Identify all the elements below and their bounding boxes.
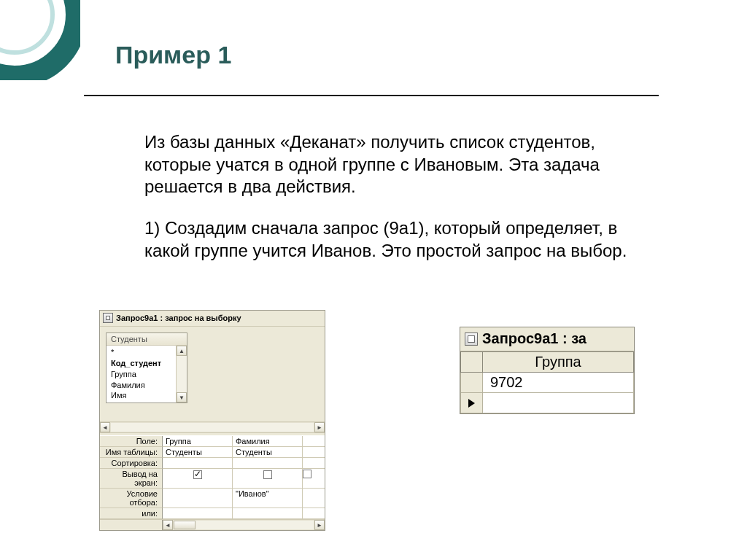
scroll-right-icon[interactable]: ► [314, 520, 325, 530]
title-rule [84, 95, 659, 96]
grid-cell-blank[interactable] [303, 489, 325, 508]
hscroll-track[interactable] [173, 520, 314, 530]
scroll-right-icon[interactable]: ► [314, 422, 325, 432]
grid-cell-table-1[interactable]: Студенты [233, 447, 303, 458]
grid-cell-table-0[interactable]: Студенты [163, 447, 233, 458]
checkbox-icon[interactable] [263, 470, 272, 479]
field-item[interactable]: Имя [111, 390, 176, 401]
grid-label-field: Поле: [100, 436, 163, 447]
grid-cell-blank[interactable] [303, 447, 325, 458]
result-titlebar: Запрос9а1 : за [460, 327, 634, 351]
grid-cell-criteria-1[interactable]: "Иванов" [233, 489, 303, 508]
scroll-left-icon[interactable]: ◄ [100, 422, 110, 432]
field-item[interactable]: Фамилия [111, 380, 176, 391]
query-designer-window: Запрос9а1 : запрос на выборку Студенты *… [99, 310, 325, 531]
table-card-students[interactable]: Студенты * Код_студент Группа Фамилия Им… [106, 332, 187, 403]
grid-cell-sort-1[interactable] [233, 458, 303, 469]
grid-cell-criteria-0[interactable] [163, 489, 233, 508]
grid-cell-blank[interactable] [303, 436, 325, 447]
grid-cell-show-0[interactable] [163, 469, 233, 489]
field-item[interactable]: Код_студент [111, 358, 176, 369]
cell-empty[interactable] [483, 393, 634, 413]
current-row-icon [468, 399, 475, 408]
slide-title: Пример 1 [115, 41, 231, 69]
query-designer-title-text: Запрос9а1 : запрос на выборку [116, 314, 241, 322]
grid-label-table: Имя таблицы: [100, 447, 163, 458]
query-design-grid[interactable]: Поле: Группа Фамилия Имя таблицы: Студен… [100, 436, 325, 519]
grid-cell-or-0[interactable] [163, 508, 233, 519]
query-window-icon [103, 313, 113, 323]
grid-cell-blank[interactable] [303, 458, 325, 469]
svg-point-0 [0, 0, 77, 77]
column-header-group[interactable]: Группа [483, 352, 634, 373]
query-tables-pane[interactable]: Студенты * Код_студент Группа Фамилия Им… [100, 327, 325, 421]
row-selector-header[interactable] [461, 352, 483, 373]
grid-cell-or-1[interactable] [233, 508, 303, 519]
cell-group-value[interactable]: 9702 [483, 373, 634, 393]
field-list-vscroll[interactable]: ▲ ▼ [176, 346, 187, 402]
field-list[interactable]: * Код_студент Группа Фамилия Имя [107, 346, 176, 402]
hscroll-track[interactable] [110, 422, 314, 432]
corner-decoration [0, 0, 80, 80]
checkbox-icon[interactable] [303, 470, 311, 478]
paragraph-2: 1) Создадим сначала запрос (9а1), которы… [144, 217, 652, 262]
row-selector-current[interactable] [461, 393, 483, 413]
grid-hscroll[interactable]: ◄ ► [100, 519, 325, 530]
scroll-up-icon[interactable]: ▲ [177, 346, 187, 356]
query-designer-titlebar: Запрос9а1 : запрос на выборку [100, 311, 325, 327]
grid-cell-field-0[interactable]: Группа [163, 436, 233, 447]
paragraph-1: Из базы данных «Деканат» получить список… [144, 131, 652, 198]
grid-label-show: Вывод на экран: [100, 469, 163, 489]
result-datasheet-window: Запрос9а1 : за Группа 9702 [460, 327, 635, 414]
grid-cell-show-1[interactable] [233, 469, 303, 489]
grid-label-criteria: Условие отбора: [100, 489, 163, 508]
table-row-new[interactable] [461, 393, 634, 413]
grid-label-sort: Сортировка: [100, 458, 163, 469]
scroll-down-icon[interactable]: ▼ [177, 392, 187, 402]
table-card-title: Студенты [107, 333, 187, 346]
grid-label-or: или: [100, 508, 163, 519]
table-row[interactable]: 9702 [461, 373, 634, 393]
grid-cell-field-1[interactable]: Фамилия [233, 436, 303, 447]
grid-cell-show-2[interactable] [303, 469, 325, 489]
result-table[interactable]: Группа 9702 [460, 351, 634, 413]
checkbox-icon[interactable] [193, 470, 202, 479]
grid-cell-sort-0[interactable] [163, 458, 233, 469]
hscroll-thumb[interactable] [174, 521, 196, 529]
result-title-text: Запрос9а1 : за [482, 330, 587, 347]
datasheet-window-icon [465, 332, 478, 346]
svg-point-1 [0, 0, 53, 52]
field-item[interactable]: Группа [111, 369, 176, 380]
grid-cell-blank[interactable] [303, 508, 325, 519]
tables-pane-hscroll[interactable]: ◄ ► [100, 421, 325, 432]
field-item[interactable]: * [111, 347, 176, 358]
scroll-left-icon[interactable]: ◄ [163, 520, 173, 530]
row-selector[interactable] [461, 373, 483, 393]
